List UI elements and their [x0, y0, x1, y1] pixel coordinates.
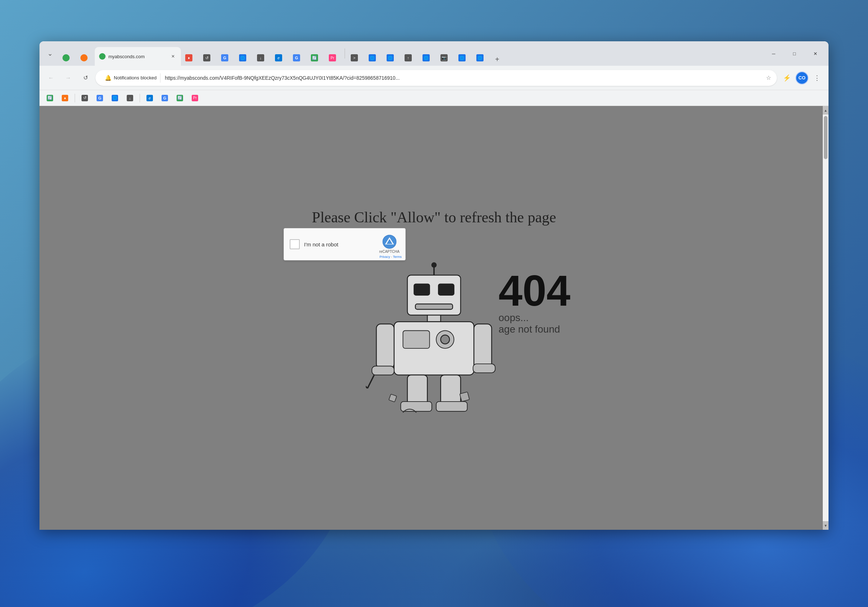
svg-rect-6: [427, 315, 440, 322]
bookmark-favicon-5: 🌐: [112, 95, 118, 101]
tab-favicon-7: ↓: [257, 54, 264, 61]
svg-rect-20: [436, 402, 467, 411]
maximize-button[interactable]: □: [784, 46, 805, 61]
notifications-blocked-indicator[interactable]: 🔔 Notifications blocked: [101, 73, 160, 82]
tab-other-5[interactable]: G: [217, 50, 235, 66]
scroll-down-button[interactable]: ▼: [823, 521, 829, 530]
tab-other-16[interactable]: 🌐: [419, 50, 436, 66]
tab-other-15[interactable]: ↑: [401, 50, 418, 66]
tab-other-1[interactable]: [59, 50, 76, 66]
bookmark-item-4[interactable]: G: [93, 93, 107, 103]
svg-rect-3: [415, 304, 453, 309]
recaptcha-privacy-link[interactable]: Privacy: [380, 255, 390, 259]
tab-favicon-13: 🌐: [369, 54, 376, 61]
bookmark-favicon-8: G: [161, 95, 168, 101]
bookmark-item-1[interactable]: 🔄: [43, 93, 57, 103]
tab-other-19[interactable]: 🌐: [473, 50, 490, 66]
tab-other-10[interactable]: 🔄: [307, 50, 324, 66]
tab-favicon-19: 🌐: [476, 54, 484, 61]
error-404-container: 404 oops... age not found: [499, 269, 570, 335]
tab-favicon-1: [62, 54, 70, 61]
tab-divider: [345, 48, 345, 59]
tab-other-3[interactable]: ♦: [181, 50, 199, 66]
profile-button[interactable]: CO: [795, 71, 808, 84]
error-not-found-text: age not found: [499, 324, 570, 335]
bookmark-star-icon[interactable]: ☆: [766, 75, 771, 81]
tab-other-7[interactable]: ↓: [253, 50, 271, 66]
minimize-button[interactable]: ─: [763, 46, 784, 61]
tab-favicon-12: >: [351, 54, 358, 61]
tab-favicon-17: 📷: [440, 54, 448, 61]
bookmark-favicon-3: ↺: [82, 95, 88, 101]
bookmark-favicon-4: G: [96, 95, 103, 101]
bookmark-item-2[interactable]: ♦: [58, 93, 72, 103]
scroll-thumb[interactable]: [824, 116, 828, 159]
tab-other-18[interactable]: 🌐: [455, 50, 472, 66]
back-button[interactable]: ←: [44, 71, 58, 85]
tab-favicon-6: 🌐: [239, 54, 246, 61]
profile-initials: CO: [798, 75, 806, 81]
address-bar[interactable]: 🔔 Notifications blocked https://myabscon…: [96, 70, 777, 86]
bookmark-item-6[interactable]: ↓: [123, 93, 137, 103]
tab-other-13[interactable]: 🌐: [365, 50, 382, 66]
bookmark-item-7[interactable]: e: [143, 93, 157, 103]
tab-strip: myabsconds.com ✕ ♦ ↺ G 🌐 ↓ e: [59, 41, 762, 66]
recaptcha-logo-area: reCAPTCHA Privacy - Terms: [379, 234, 400, 254]
tab-list-button[interactable]: ⌄: [42, 47, 57, 60]
bookmark-favicon-1: 🔄: [46, 95, 53, 101]
nav-right-buttons: ⚡ CO ⋮: [780, 71, 824, 85]
bookmark-item-9[interactable]: 🔄: [173, 93, 187, 103]
recaptcha-widget: I'm not a robot reCAPTCHA Privacy - Term…: [284, 228, 406, 261]
tab-favicon-18: 🌐: [459, 54, 466, 61]
bookmark-item-5[interactable]: 🌐: [108, 93, 122, 103]
refresh-button[interactable]: ↺: [78, 71, 93, 85]
tab-favicon-2: [81, 54, 88, 61]
tab-other-12[interactable]: >: [347, 50, 364, 66]
svg-rect-8: [403, 331, 430, 348]
tab-favicon-9: G: [293, 54, 300, 61]
new-tab-button[interactable]: +: [491, 53, 504, 66]
scroll-up-button[interactable]: ▲: [823, 106, 829, 115]
title-bar: ⌄ myabsconds.com ✕ ♦ ↺: [39, 41, 829, 66]
tab-close-button[interactable]: ✕: [169, 53, 177, 60]
bookmark-item-8[interactable]: G: [158, 93, 172, 103]
extensions-button[interactable]: ⚡: [780, 71, 794, 85]
recaptcha-logo-icon: [382, 234, 397, 249]
recaptcha-checkbox[interactable]: [290, 239, 300, 249]
tab-favicon-8: e: [275, 54, 282, 61]
recaptcha-terms-link[interactable]: Terms: [393, 255, 402, 259]
window-controls: ─ □ ✕: [763, 46, 826, 61]
tab-other-14[interactable]: 🌐: [383, 50, 400, 66]
svg-rect-2: [438, 284, 454, 295]
bookmark-favicon-2: ♦: [62, 95, 68, 101]
page-main-heading: Please Click "Allow" to refresh the page: [312, 209, 556, 226]
bookmark-item-10[interactable]: Pr: [188, 93, 202, 103]
tab-active[interactable]: myabsconds.com ✕: [95, 47, 181, 66]
tab-other-6[interactable]: 🌐: [236, 50, 253, 66]
tab-favicon-3: ♦: [185, 54, 192, 61]
bookmarks-bar: 🔄 ♦ ↺ G 🌐 ↓: [39, 90, 829, 106]
close-button[interactable]: ✕: [805, 46, 826, 61]
tab-other-9[interactable]: G: [289, 50, 307, 66]
forward-button[interactable]: →: [61, 71, 75, 85]
tab-favicon-11: Pr: [329, 54, 336, 61]
robot-illustration: [366, 262, 502, 413]
bookmark-favicon-7: e: [146, 95, 153, 101]
svg-rect-15: [474, 324, 491, 368]
recaptcha-footer: Privacy - Terms: [380, 255, 402, 259]
page-content: Please Click "Allow" to refresh the page: [39, 106, 829, 530]
svg-rect-1: [414, 284, 429, 295]
notifications-blocked-text: Notifications blocked: [114, 75, 157, 81]
tab-other-17[interactable]: 📷: [437, 50, 454, 66]
bookmark-item-3[interactable]: ↺: [78, 93, 91, 103]
tab-other-2[interactable]: [77, 50, 94, 66]
tab-other-4[interactable]: ↺: [200, 50, 217, 66]
chrome-window: ⌄ myabsconds.com ✕ ♦ ↺: [39, 41, 829, 530]
url-text: https://myabsconds.com/V4RIFofB-9NQfgXEE…: [165, 75, 763, 81]
tab-favicon-5: G: [221, 54, 228, 61]
chrome-menu-button[interactable]: ⋮: [810, 71, 824, 85]
tab-other-8[interactable]: e: [271, 50, 288, 66]
active-tab-title: myabsconds.com: [108, 54, 167, 59]
notifications-blocked-icon: 🔔: [105, 75, 112, 81]
tab-other-11[interactable]: Pr: [325, 50, 343, 66]
